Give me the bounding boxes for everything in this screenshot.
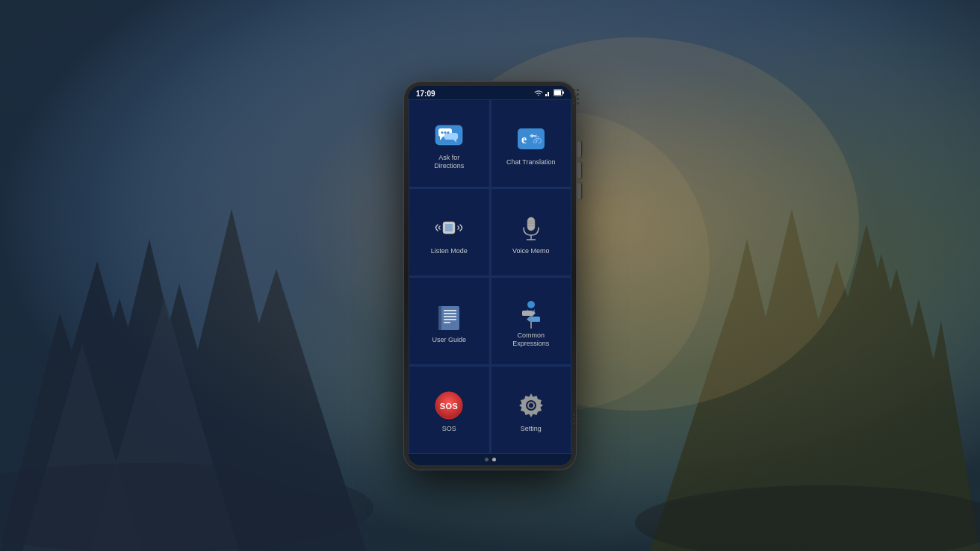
status-bar: 17:09: [409, 86, 571, 99]
device: 17:09: [404, 81, 576, 470]
sos-label: SOS: [442, 425, 456, 433]
ask-directions-icon: [432, 118, 465, 151]
pagination-dot-2[interactable]: [492, 458, 496, 461]
setting-label: Setting: [521, 425, 542, 433]
pagination-dot-1[interactable]: [485, 458, 489, 461]
pagination: [409, 454, 571, 465]
status-icons: [534, 89, 564, 98]
svg-point-57: [527, 301, 535, 308]
chat-translation-label: Chat Translation: [506, 158, 556, 166]
voice-memo-label: Voice Memo: [512, 247, 550, 255]
svg-rect-58: [522, 311, 533, 316]
signal-icon: [545, 89, 551, 98]
side-button-3[interactable]: [577, 183, 581, 199]
app-setting[interactable]: Setting: [491, 366, 572, 454]
user-guide-label: User Guide: [432, 336, 466, 344]
svg-text:あ: あ: [533, 133, 542, 144]
sos-icon: SOS: [432, 389, 465, 422]
svg-marker-61: [527, 317, 530, 322]
svg-point-38: [447, 131, 450, 134]
screen: 17:09: [409, 86, 571, 465]
svg-rect-44: [527, 217, 535, 231]
svg-point-36: [441, 131, 444, 134]
app-sos[interactable]: SOS SOS: [409, 366, 490, 454]
setting-icon: [515, 389, 548, 422]
svg-rect-29: [554, 90, 561, 95]
app-voice-memo[interactable]: Voice Memo: [491, 188, 572, 276]
svg-rect-26: [548, 92, 549, 96]
common-expressions-label: CommonExpressions: [512, 331, 549, 348]
app-user-guide[interactable]: User Guide: [409, 277, 490, 365]
listen-mode-label: Listen Mode: [431, 247, 468, 255]
svg-text:SOS: SOS: [440, 402, 459, 411]
chat-translation-icon: e あ: [515, 122, 548, 155]
svg-rect-50: [438, 306, 459, 330]
device-wrapper: 17:09: [404, 81, 576, 470]
app-listen-mode[interactable]: Listen Mode: [409, 188, 490, 276]
speaker-dots-bottom: [573, 414, 579, 425]
listen-mode-icon: [432, 211, 465, 244]
side-button-1[interactable]: [577, 141, 581, 158]
app-ask-directions[interactable]: Ask forDirections: [409, 99, 490, 187]
wifi-icon: [534, 89, 543, 98]
side-button-2[interactable]: [577, 162, 581, 178]
svg-text:e: e: [521, 133, 527, 146]
status-time: 17:09: [416, 90, 435, 98]
app-common-expressions[interactable]: CommonExpressions: [491, 277, 572, 365]
side-buttons[interactable]: [577, 141, 581, 199]
ask-directions-label: Ask forDirections: [434, 154, 464, 170]
battery-icon: [553, 89, 564, 98]
voice-memo-icon: [515, 211, 548, 244]
svg-rect-51: [438, 306, 441, 330]
svg-rect-34: [444, 133, 458, 140]
svg-point-68: [529, 403, 533, 408]
common-expressions-icon: [515, 296, 548, 329]
svg-rect-28: [562, 92, 564, 94]
user-guide-icon: [432, 300, 465, 333]
svg-rect-43: [445, 224, 453, 231]
app-chat-translation[interactable]: e あ Chat Translation: [491, 99, 572, 187]
svg-point-37: [444, 131, 447, 134]
app-grid: Ask forDirections e あ: [409, 99, 571, 454]
speaker-dots-top: [573, 89, 579, 105]
svg-rect-25: [545, 94, 547, 96]
